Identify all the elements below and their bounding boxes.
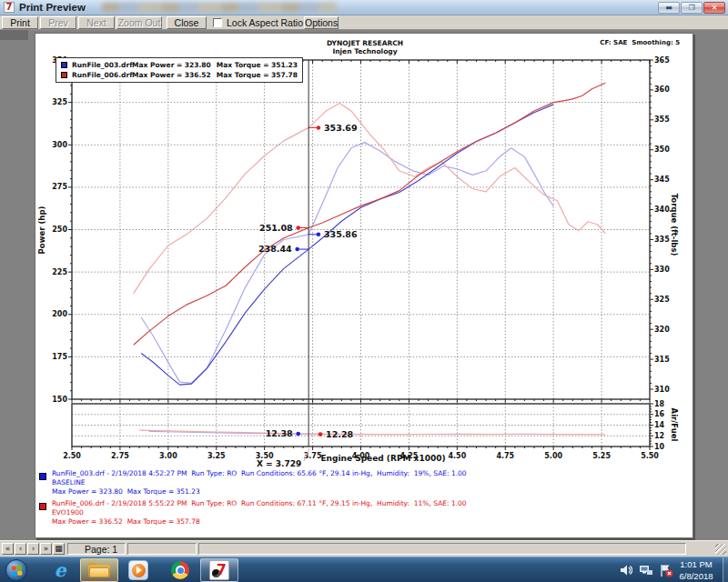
gridlines	[72, 60, 650, 447]
multi-page-button[interactable]: ▦	[53, 543, 65, 555]
close-button[interactable]: Close	[167, 16, 207, 29]
svg-text:300: 300	[52, 141, 67, 149]
page-number-panel: Page: 1	[67, 543, 126, 555]
action-center-icon[interactable]	[660, 564, 673, 577]
annotation-value: 251.08	[259, 223, 293, 233]
svg-text:5.50: 5.50	[641, 452, 659, 460]
taskbar: e 7	[0, 557, 728, 582]
svg-text:355: 355	[654, 115, 670, 124]
svg-text:315: 315	[654, 356, 670, 364]
annotations: 353.69251.08335.86238.4412.3812.28	[258, 123, 358, 439]
legend-swatch-run1	[61, 62, 67, 68]
prev-page-button[interactable]: ‹	[15, 543, 26, 555]
options-button[interactable]: Options	[304, 16, 339, 29]
status-bar: « ‹ › » ▦ Page: 1	[0, 540, 728, 557]
desktop: 7 Print Preview ▬ ❐ ✕ Print Prev Next Zo…	[0, 0, 728, 582]
svg-text:150: 150	[52, 396, 67, 404]
svg-text:5.00: 5.00	[544, 452, 562, 460]
cursor-x-readout: X = 3.729	[257, 459, 309, 467]
minimize-button[interactable]: ▬	[658, 2, 680, 14]
svg-text:175: 175	[52, 353, 67, 361]
svg-text:16: 16	[654, 410, 665, 418]
legend-run1-torque: Max Torque = 351.23	[217, 61, 298, 69]
x-axis-title: Engine Speed (RPM x1000)	[292, 454, 474, 463]
svg-text:200: 200	[52, 310, 67, 318]
legend-run1-power: Max Power = 323.80	[132, 61, 217, 69]
lock-aspect-ratio-checkbox[interactable]	[213, 18, 222, 27]
svg-text:2.75: 2.75	[111, 452, 129, 460]
run2-swatch	[39, 503, 46, 510]
network-icon[interactable]	[639, 564, 653, 577]
svg-text:225: 225	[52, 268, 67, 276]
annotation-value: 335.86	[324, 229, 358, 239]
legend-run2-file: RunFile_006.drf	[72, 71, 132, 79]
svg-text:365: 365	[654, 56, 670, 65]
run1-swatch	[39, 473, 46, 480]
torque-axis-label: Torque (ft-lbs)	[670, 194, 679, 256]
media-player-icon	[128, 560, 148, 580]
show-desktop-button[interactable]	[723, 557, 728, 582]
taskbar-item-chrome[interactable]	[164, 558, 197, 582]
power-axis-label: Power (hp)	[37, 206, 46, 255]
svg-text:325: 325	[654, 296, 670, 304]
window-title: Print Preview	[19, 2, 86, 13]
report-title: DYNOJET RESEARCH	[35, 39, 694, 47]
curve-runfile-003-power	[141, 105, 553, 385]
svg-text:18: 18	[654, 400, 665, 408]
prev-button[interactable]: Prev	[40, 16, 76, 29]
curve-runfile-006-torque	[134, 104, 606, 294]
svg-text:325: 325	[52, 98, 67, 106]
svg-text:14: 14	[654, 421, 665, 429]
curve-runfile-003-torque	[141, 143, 553, 384]
chrome-icon	[171, 561, 189, 579]
start-button[interactable]	[5, 559, 27, 581]
dyno-chart[interactable]: Power (hp) Torque (ft-lbs) Air/Fuel 2.50…	[35, 34, 694, 539]
annotation-value: 12.28	[326, 429, 353, 439]
print-button[interactable]: Print	[2, 16, 38, 29]
toolbar: Print Prev Next Zoom Out Close Lock Aspe…	[0, 15, 728, 30]
internet-explorer-icon: e	[55, 561, 66, 579]
maximize-button[interactable]: ❐	[681, 2, 703, 14]
resize-grip[interactable]	[715, 544, 726, 555]
svg-text:4.75: 4.75	[496, 452, 514, 460]
svg-text:12: 12	[654, 432, 664, 440]
series-curves	[134, 83, 606, 435]
svg-text:10: 10	[654, 443, 665, 451]
report-page: Power (hp) Torque (ft-lbs) Air/Fuel 2.50…	[35, 33, 693, 538]
taskbar-item-internet-explorer[interactable]: e	[44, 558, 76, 582]
print-preview-area: Power (hp) Torque (ft-lbs) Air/Fuel 2.50…	[0, 30, 728, 540]
legend-run1-file: RunFile_003.drf	[72, 61, 132, 69]
svg-text:335: 335	[654, 236, 670, 244]
first-page-button[interactable]: «	[2, 543, 14, 555]
svg-text:3.00: 3.00	[159, 452, 177, 460]
taskbar-clock[interactable]: 1:01 PM 6/8/2018	[673, 558, 719, 582]
dynojet-winpep-icon: 7	[209, 560, 229, 580]
run2-name-line: EVO1900	[52, 508, 84, 517]
taskbar-item-file-explorer[interactable]	[80, 558, 118, 582]
svg-text:360: 360	[654, 85, 670, 94]
run2-max-line: Max Power = 336.52 Max Torque = 357.78	[52, 517, 200, 527]
svg-text:330: 330	[654, 266, 670, 274]
curve-runfile-006-power	[134, 83, 606, 345]
legend-row-run1: RunFile_003.drf Max Power = 323.80 Max T…	[61, 61, 298, 69]
windows-flag-icon	[11, 565, 22, 576]
legend-swatch-run2	[61, 72, 67, 78]
svg-text:310: 310	[654, 386, 670, 394]
folder-icon	[88, 563, 110, 577]
run2-file-line: RunFile_006.drf - 2/19/2018 5:55:22 PM R…	[52, 499, 467, 508]
taskbar-item-media-player[interactable]	[122, 558, 155, 582]
svg-text:340: 340	[654, 206, 670, 214]
taskbar-item-dynojet[interactable]: 7	[200, 558, 238, 582]
zoom-out-button[interactable]: Zoom Out	[116, 16, 162, 29]
last-page-button[interactable]: »	[40, 543, 52, 555]
airfuel-axis-label: Air/Fuel	[670, 408, 679, 442]
window-close-button[interactable]: ✕	[703, 2, 725, 14]
volume-icon[interactable]	[620, 564, 632, 577]
redacted-document-path	[102, 3, 337, 12]
status-panel-3	[198, 543, 686, 555]
run1-max-line: Max Power = 323.80 Max Torque = 351.23	[52, 487, 200, 497]
run1-name-line: BASELINE	[52, 478, 86, 487]
next-page-button[interactable]: ›	[27, 543, 39, 555]
next-button[interactable]: Next	[78, 16, 115, 29]
system-tray	[620, 557, 673, 582]
